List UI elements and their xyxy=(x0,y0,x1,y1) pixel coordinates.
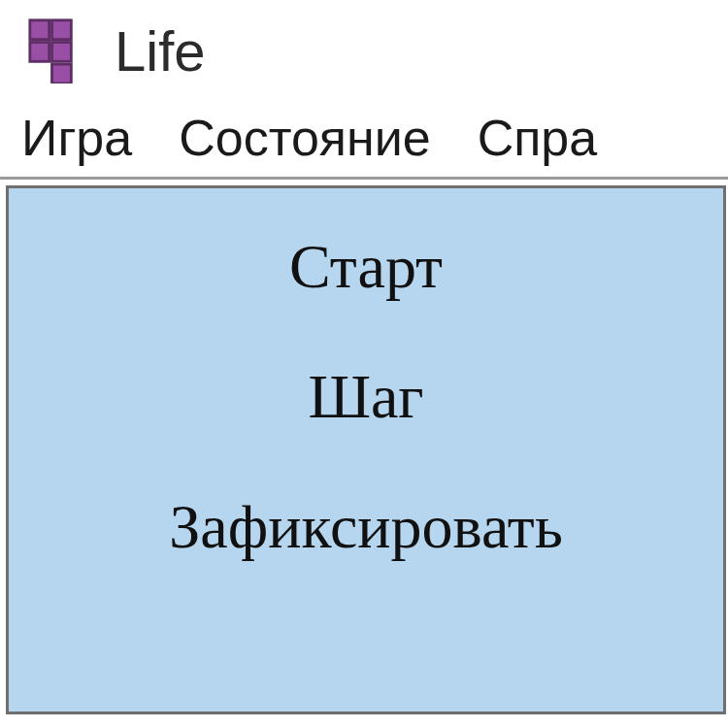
menu-state[interactable]: Состояние xyxy=(179,109,430,167)
start-button[interactable]: Старт xyxy=(289,231,443,303)
menu-help[interactable]: Спра xyxy=(478,109,598,167)
svg-rect-2 xyxy=(52,43,72,62)
titlebar: Life xyxy=(0,0,728,109)
window-title: Life xyxy=(115,18,206,83)
tetromino-icon xyxy=(27,17,93,83)
step-button[interactable]: Шаг xyxy=(308,361,423,433)
fix-button[interactable]: Зафиксировать xyxy=(169,491,563,563)
svg-rect-1 xyxy=(52,20,72,40)
main-panel: Старт Шаг Зафиксировать xyxy=(6,185,726,714)
content-area: Старт Шаг Зафиксировать xyxy=(0,177,728,714)
svg-rect-0 xyxy=(30,20,50,40)
menu-game[interactable]: Игра xyxy=(21,109,132,167)
menubar: Игра Состояние Спра xyxy=(0,109,728,177)
svg-rect-3 xyxy=(30,43,50,62)
svg-rect-4 xyxy=(52,64,72,83)
